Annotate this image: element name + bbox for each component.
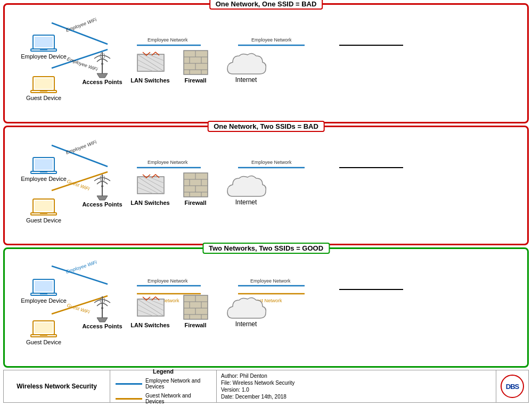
laptop-icon-employee-2 — [30, 155, 57, 176]
employee-device-label-3: Employee Device — [21, 297, 67, 304]
legend-guest-label: Guest Network and Devices — [145, 393, 211, 404]
svg-rect-14 — [35, 78, 53, 89]
svg-text:Employee Network: Employee Network — [251, 37, 292, 43]
footer-title: Wireless Network Security — [4, 370, 110, 402]
svg-rect-51 — [40, 171, 47, 172]
ap-label-1: Access Points — [82, 79, 122, 85]
firewall-icon-2 — [181, 170, 210, 200]
internet-section-2: Internet — [217, 171, 275, 206]
cloud-icon-3 — [222, 293, 270, 325]
employee-device-label-2: Employee Device — [21, 176, 67, 182]
footer-author: Author: Phil Denton — [221, 373, 492, 379]
svg-text:): ) — [103, 297, 105, 303]
access-point-icon-2: ( ) — [89, 169, 116, 201]
employee-device-label-1: Employee Device — [21, 53, 67, 60]
switch-section-3: LAN Switches — [126, 293, 174, 328]
svg-point-19 — [101, 63, 103, 65]
legend-title: Legend — [116, 368, 211, 375]
footer-title-text: Wireless Network Security — [17, 383, 97, 390]
svg-text:Employee Network: Employee Network — [251, 160, 292, 165]
svg-point-58 — [101, 185, 103, 187]
laptop-icon-guest-1 — [30, 74, 57, 95]
footer-version: Version: 1.0 — [221, 387, 492, 393]
fw-section-3: Firewall — [174, 293, 217, 328]
svg-text:Employee Network: Employee Network — [148, 278, 188, 284]
legend-employee: Employee Network and Devices — [116, 378, 211, 390]
footer-date: Date: December 14th, 2018 — [221, 394, 492, 400]
svg-text:Employee WiFi: Employee WiFi — [66, 260, 99, 275]
fw-section-1: Firewall — [174, 48, 217, 84]
svg-rect-49 — [35, 159, 53, 170]
svg-rect-10 — [35, 37, 53, 47]
switch-label-2: LAN Switches — [130, 200, 169, 206]
employee-device-1: Employee Device — [9, 33, 78, 60]
cloud-icon-2 — [222, 171, 270, 203]
diagram2: One Network, Two SSIDs = BAD Employee Wi… — [3, 126, 529, 246]
svg-rect-97 — [40, 335, 47, 336]
footer-info: Author: Phil Denton File: Wireless Netwo… — [217, 370, 496, 402]
firewall-icon-3 — [181, 293, 210, 322]
footer-file: File: Wireless Network Security — [221, 380, 492, 386]
guest-device-label-2: Guest Device — [26, 217, 61, 223]
svg-rect-91 — [35, 281, 53, 292]
switch-icon-1 — [133, 48, 168, 77]
diagram1-inner: Employee WiFi Employee WiFi Employee Net… — [9, 7, 523, 120]
legend-guest-line — [116, 398, 142, 400]
diagram1: One Network, One SSID = BAD Employee WiF… — [3, 3, 529, 123]
switch-label-1: LAN Switches — [130, 77, 169, 84]
footer-legend: Legend Employee Network and Devices Gues… — [110, 370, 217, 402]
fw-label-2: Firewall — [185, 200, 207, 206]
laptop-icon-employee-1 — [30, 33, 57, 53]
footer: Wireless Network Security Legend Employe… — [3, 370, 529, 403]
employee-device-2: Employee Device — [9, 155, 78, 182]
svg-text:Employee Network: Employee Network — [148, 37, 188, 43]
switch-label-3: LAN Switches — [130, 322, 169, 328]
svg-text:Employee Network: Employee Network — [250, 278, 291, 284]
diagrams-area: One Network, One SSID = BAD Employee WiF… — [3, 3, 529, 368]
switch-section-1: LAN Switches — [126, 48, 174, 84]
svg-marker-99 — [97, 318, 108, 322]
legend-employee-label: Employee Network and Devices — [145, 378, 211, 390]
ap-label-2: Access Points — [82, 201, 122, 208]
laptop-icon-employee-3 — [30, 277, 57, 297]
switch-section-2: LAN Switches — [126, 170, 174, 206]
legend-employee-line — [116, 383, 142, 385]
internet-label-3: Internet — [235, 320, 257, 328]
diagram2-devices: Employee Device Guest Device — [9, 153, 78, 223]
laptop-icon-guest-3 — [30, 319, 57, 339]
laptop-icon-guest-2 — [30, 197, 57, 217]
legend-guest: Guest Network and Devices — [116, 393, 211, 404]
diagram1-devices: Employee Device Guest Device — [9, 31, 78, 101]
guest-device-1: Guest Device — [9, 74, 78, 101]
switch-icon-3 — [133, 293, 168, 322]
svg-rect-95 — [35, 322, 53, 333]
guest-device-2: Guest Device — [9, 197, 78, 223]
ap-section-1: ( ) · Access Points — [78, 47, 126, 85]
fw-section-2: Firewall — [174, 170, 217, 206]
access-point-icon-3: ( ) — [89, 291, 116, 323]
guest-device-label-1: Guest Device — [26, 95, 61, 101]
svg-text:Employee Network: Employee Network — [148, 160, 188, 165]
firewall-icon-1 — [181, 48, 210, 77]
guest-device-label-3: Guest Device — [26, 339, 61, 345]
diagram2-inner: Employee WiFi Guest WiFi Employee Networ… — [9, 129, 523, 242]
employee-device-3: Employee Device — [9, 277, 78, 304]
internet-section-3: Internet — [217, 293, 275, 328]
svg-text:·: · — [101, 51, 102, 55]
fw-label-3: Firewall — [185, 322, 207, 328]
cloud-icon-1 — [222, 48, 270, 80]
svg-rect-53 — [35, 201, 53, 211]
diagram3-inner: Employee WiFi Guest WiFi Employee Networ… — [9, 251, 523, 364]
svg-marker-57 — [97, 196, 108, 200]
logo-text: DBS — [506, 383, 519, 391]
svg-marker-18 — [97, 73, 108, 78]
guest-device-3: Guest Device — [9, 319, 78, 345]
access-point-icon-1: ( ) · — [89, 47, 116, 79]
svg-point-100 — [101, 307, 103, 309]
svg-text:): ) — [103, 175, 105, 181]
ap-section-3: ( ) Access Points — [78, 291, 126, 329]
svg-rect-16 — [40, 90, 47, 92]
internet-label-2: Internet — [235, 198, 257, 206]
diagram3: Two Networks, Two SSIDs = GOOD — [3, 247, 529, 368]
internet-section-1: Internet — [217, 48, 275, 84]
